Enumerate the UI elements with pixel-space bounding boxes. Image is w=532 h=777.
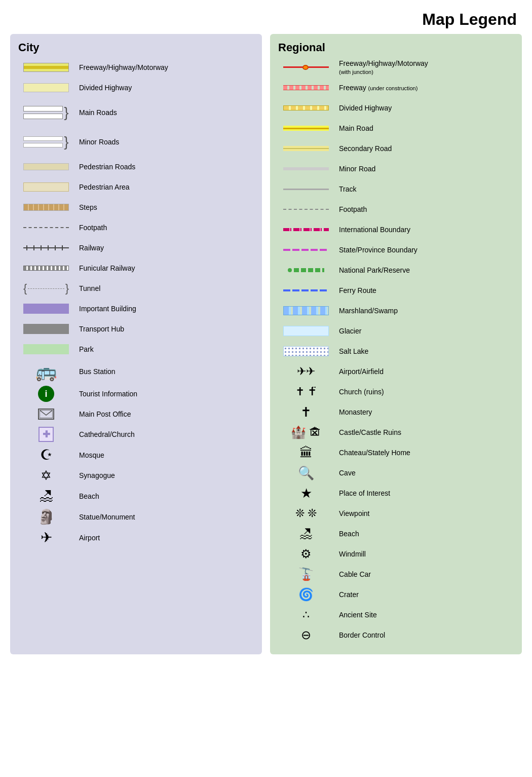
pedestrian-area-symbol bbox=[18, 182, 74, 192]
tunnel-symbol: { } bbox=[18, 282, 74, 295]
list-item: Track bbox=[278, 181, 514, 197]
list-item: 🗿 Statue/Monument bbox=[18, 508, 254, 525]
reg-salt-lake-symbol bbox=[278, 346, 334, 356]
tourist-info-icon: i bbox=[38, 386, 54, 402]
list-item: ✡ Synagogue bbox=[18, 467, 254, 484]
reg-salt-lake-label: Salt Lake bbox=[339, 347, 514, 355]
list-item: Freeway (under construction) bbox=[278, 80, 514, 96]
page-title: Map Legend bbox=[10, 10, 522, 29]
reg-main-road-symbol bbox=[278, 126, 334, 131]
airport-city-symbol: ✈ bbox=[18, 529, 74, 546]
reg-viewpoint-symbol: ❊ ❊ bbox=[278, 507, 334, 520]
reg-monastery-icon: ✝ bbox=[300, 404, 312, 420]
bus-icon: 🚌 bbox=[35, 361, 57, 382]
reg-beach-icon: 🏖 bbox=[299, 526, 313, 542]
main-roads-label: Main Roads bbox=[79, 108, 254, 117]
reg-glacier-label: Glacier bbox=[339, 327, 514, 335]
reg-border-icon: ⊖ bbox=[301, 628, 311, 642]
beach-city-symbol: 🏖 bbox=[18, 488, 74, 504]
list-item: Minor Road bbox=[278, 161, 514, 177]
railway-symbol bbox=[18, 245, 74, 250]
reg-beach-label: Beach bbox=[339, 530, 514, 538]
list-item: Salt Lake bbox=[278, 343, 514, 359]
synagogue-icon: ✡ bbox=[41, 468, 52, 484]
reg-star-icon: ★ bbox=[300, 486, 312, 501]
park-label: Park bbox=[79, 345, 254, 353]
reg-ferry-symbol bbox=[278, 289, 334, 291]
reg-border-label: Border Control bbox=[339, 631, 514, 639]
reg-footpath-symbol bbox=[278, 209, 334, 210]
list-item: 🌀 Crater bbox=[278, 586, 514, 603]
reg-cablecar-icon: 🚡 bbox=[298, 567, 314, 581]
reg-cablecar-symbol: 🚡 bbox=[278, 567, 334, 581]
list-item: National Park/Reserve bbox=[278, 262, 514, 278]
list-item: ★ Place of Interest bbox=[278, 485, 514, 501]
list-item: Freeway/Highway/Motorway bbox=[18, 59, 254, 76]
list-item: Divided Highway bbox=[18, 80, 254, 96]
reg-ancient-icon: ∴ bbox=[302, 608, 310, 621]
list-item: ☪ Mosque bbox=[18, 447, 254, 463]
freeway-symbol bbox=[18, 63, 74, 72]
post-office-label: Main Post Office bbox=[79, 410, 254, 418]
reg-beach-symbol: 🏖 bbox=[278, 526, 334, 542]
list-item: International Boundary bbox=[278, 221, 514, 238]
list-item: ✝ Monastery bbox=[278, 404, 514, 420]
reg-secondary-road-label: Secondary Road bbox=[339, 144, 514, 153]
list-item: 🏰 🏚 Castle/Castle Ruins bbox=[278, 424, 514, 440]
list-item: Pedestrian Area bbox=[18, 179, 254, 195]
list-item: Glacier bbox=[278, 323, 514, 339]
list-item: 🚡 Cable Car bbox=[278, 566, 514, 582]
pedestrian-area-label: Pedestrian Area bbox=[79, 183, 254, 191]
reg-ancient-label: Ancient Site bbox=[339, 611, 514, 619]
reg-windmill-symbol: ⚙ bbox=[278, 547, 334, 561]
regional-column: Regional Freeway/Highway/Motorway(with j… bbox=[270, 34, 522, 654]
minor-roads-symbol: } bbox=[18, 134, 74, 150]
reg-divided-label: Divided Highway bbox=[339, 104, 514, 112]
reg-national-park-label: National Park/Reserve bbox=[339, 266, 514, 274]
reg-freeway-symbol bbox=[278, 63, 334, 71]
list-item: } Main Roads bbox=[18, 100, 254, 125]
beach-city-icon: 🏖 bbox=[39, 488, 53, 504]
list-item: Steps bbox=[18, 199, 254, 215]
reg-track-label: Track bbox=[339, 185, 514, 193]
railway-label: Railway bbox=[79, 244, 254, 252]
list-item: ⚙ Windmill bbox=[278, 546, 514, 562]
important-building-label: Important Building bbox=[79, 305, 254, 313]
list-item: Ferry Route bbox=[278, 282, 514, 299]
airport-city-label: Airport bbox=[79, 534, 254, 542]
list-item: ∴ Ancient Site bbox=[278, 607, 514, 623]
statue-icon: 🗿 bbox=[37, 508, 55, 525]
reg-place-interest-symbol: ★ bbox=[278, 486, 334, 501]
post-office-symbol bbox=[18, 409, 74, 420]
reg-marshland-label: Marshland/Swamp bbox=[339, 307, 514, 315]
reg-airport-symbol: ✈✈ bbox=[278, 365, 334, 378]
list-item: Freeway/Highway/Motorway(with junction) bbox=[278, 59, 514, 76]
reg-glacier-symbol bbox=[278, 326, 334, 336]
reg-secondary-road-symbol bbox=[278, 146, 334, 151]
bus-station-symbol: 🚌 bbox=[18, 361, 74, 382]
list-item: 🏛 Chateau/Stately Home bbox=[278, 445, 514, 461]
reg-footpath-label: Footpath bbox=[339, 205, 514, 213]
cathedral-symbol: ✚ bbox=[18, 427, 74, 442]
list-item: Pedestrian Roads bbox=[18, 159, 254, 175]
post-icon bbox=[38, 409, 54, 420]
list-item: { } Tunnel bbox=[18, 280, 254, 297]
list-item: ⊖ Border Control bbox=[278, 627, 514, 643]
list-item: ✚ Cathedral/Church bbox=[18, 426, 254, 442]
reg-intl-boundary-symbol bbox=[278, 228, 334, 231]
list-item: 🔍 Cave bbox=[278, 465, 514, 481]
footpath-label: Footpath bbox=[79, 224, 254, 232]
bus-station-label: Bus Station bbox=[79, 367, 254, 376]
reg-ferry-label: Ferry Route bbox=[339, 286, 514, 294]
reg-castle-label: Castle/Castle Ruins bbox=[339, 428, 514, 436]
reg-border-symbol: ⊖ bbox=[278, 628, 334, 642]
reg-place-interest-label: Place of Interest bbox=[339, 489, 514, 497]
reg-freeway-label: Freeway/Highway/Motorway(with junction) bbox=[339, 59, 514, 76]
minor-roads-label: Minor Roads bbox=[79, 138, 254, 146]
list-item: ❊ ❊ Viewpoint bbox=[278, 505, 514, 522]
cathedral-label: Cathedral/Church bbox=[79, 430, 254, 438]
reg-chateau-symbol: 🏛 bbox=[278, 445, 334, 461]
reg-crater-symbol: 🌀 bbox=[278, 587, 334, 602]
pedestrian-roads-label: Pedestrian Roads bbox=[79, 163, 254, 171]
beach-city-label: Beach bbox=[79, 492, 254, 500]
